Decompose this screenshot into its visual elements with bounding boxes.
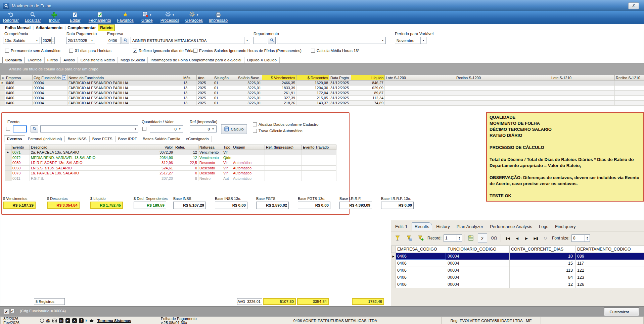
col-mes[interactable]: Mês [182, 75, 197, 80]
vendor-link[interactable]: Teorema Sistemas [97, 319, 131, 323]
incluir-button[interactable]: Incluir [47, 11, 62, 23]
tab-results[interactable]: Results [412, 222, 432, 230]
tab-base-inss[interactable]: Base INSS [65, 136, 89, 142]
next-record-button[interactable]: ▶ [522, 233, 531, 243]
col-ano[interactable]: Ano [197, 75, 213, 80]
empresa-select[interactable]: AGNER ESTRUTURAS METALICAS LTDA▼ [131, 37, 250, 44]
result-row[interactable]: 0406 00004 12 126 [391, 281, 644, 288]
option-eventos-salarios[interactable]: Eventos Salarios ignorando Horas de Féri… [193, 49, 302, 53]
tab-eventos[interactable]: Eventos [25, 57, 45, 63]
competencia-select[interactable]: 13o. Salário▼ [3, 37, 40, 44]
evento-code-input[interactable] [13, 125, 27, 132]
col-vencimentos[interactable]: $ Vencimentos [262, 75, 296, 80]
data-pagamento-select[interactable]: 20/12/2025▼ [66, 37, 95, 44]
departamento-search-button[interactable] [268, 37, 276, 44]
col-departamento-codigo[interactable]: DEPARTAMENTO_CODIGO [576, 246, 644, 253]
col-funcionario-codigo[interactable]: FUNCIONARIO_CODIGO [446, 246, 510, 253]
prev-record-button[interactable]: ◀ [512, 233, 522, 243]
tab-base-irrf[interactable]: Base IRRF [116, 136, 140, 142]
employee-row[interactable]: 0406 00004 FABRICIO ALESSANDRO PADILHA 1… [0, 80, 644, 86]
filter-active-checkbox[interactable] [10, 309, 14, 313]
tab-performance-analysis[interactable]: Performance Analysis [487, 223, 535, 230]
quantidade-select[interactable]: 0▼ [150, 125, 183, 132]
col-refer[interactable]: Refer. [174, 145, 198, 150]
quantidade-checkbox[interactable] [142, 127, 146, 131]
tab-informacoes-esocial[interactable]: Informações de Folha Complementar para o… [148, 57, 244, 63]
localizar-button[interactable]: Localizar [25, 11, 41, 23]
event-row[interactable]: 0039 I.R.R.F. SOBRE 13o. SALARIO 312,96 … [5, 160, 336, 166]
tab-base-fgts[interactable]: Base FGTS [90, 136, 116, 142]
col-descricao[interactable]: Descrição [30, 145, 132, 150]
event-row[interactable]: 0073 1a. PARCELA 13o. SALARIO 2517,27 0 … [5, 171, 336, 176]
result-row[interactable]: 0406 00004 10 089 [391, 253, 644, 260]
filter-button[interactable] [393, 233, 403, 243]
option-atualiza-dados[interactable]: Atualiza Dados conforme Cadastro [253, 122, 318, 126]
impressao-button[interactable]: Impressão [209, 11, 228, 23]
col-recibo-s1200[interactable]: Recibo S-1200 [455, 75, 550, 80]
tab-adiantamento[interactable]: Adiantamento [34, 25, 64, 31]
tab-history[interactable]: History [433, 223, 452, 230]
facebook-icon[interactable]: f [79, 318, 84, 323]
evento-search-button[interactable] [31, 125, 38, 132]
customize-button[interactable]: Customizar ... [604, 308, 639, 316]
col-cdg-funcionario[interactable]: Cdg.Funcionário▼ [33, 75, 67, 80]
refresh-button[interactable]: ↻ [541, 233, 550, 243]
col-origem[interactable]: Origem [232, 145, 265, 150]
event-row[interactable]: 0071 2a. PARCELA 13o. SALARIO 3072,39 12… [5, 150, 336, 155]
tab-find-query[interactable]: Find query [552, 223, 578, 230]
last-record-button[interactable]: ▶▮ [531, 233, 541, 243]
export-grid-button[interactable] [466, 233, 476, 243]
retornar-button[interactable]: Retornar [3, 11, 19, 23]
font-size-stepper[interactable]: 8▲▼ [571, 234, 590, 242]
option-reflexo-ferias[interactable]: Reflexo ignorando dias de Férias [133, 49, 195, 53]
col-empresa[interactable]: Empresa [5, 75, 33, 80]
grade-button[interactable]: ▼ Grade [140, 11, 154, 23]
col-empresa-codigo[interactable]: EMPRESA_CODIGO [396, 246, 446, 253]
clear-filter-button[interactable]: ✗ [4, 309, 9, 314]
col-situacao[interactable]: Situação [213, 75, 237, 80]
close-button[interactable]: ✗ [628, 2, 639, 9]
col-valor[interactable]: Valor [132, 145, 174, 150]
event-row[interactable]: 0011 F.G.T.S. 207,20 8 Neutro Aut Automá… [5, 176, 336, 181]
geracoes-button[interactable]: ▼ Gerações [185, 11, 203, 23]
col-descontos[interactable]: $ Descontos [296, 75, 329, 80]
col-lote-s1210[interactable]: Lote S-1210 [550, 75, 615, 80]
option-media-horas[interactable]: Calcula Média Horas 13ª [311, 49, 359, 53]
result-row[interactable]: 0406 00004 84 123 [391, 274, 644, 281]
graduation-cap-icon[interactable] [89, 319, 94, 322]
tab-logs[interactable]: Logs [536, 223, 551, 230]
periodo-variavel-select[interactable]: Novembro▼ [395, 37, 426, 44]
departamento-select[interactable]: ▼ [277, 37, 386, 44]
result-row[interactable]: 0406 00004 15 117 [391, 260, 644, 267]
evento-select[interactable]: ▼ [40, 125, 138, 132]
tab-rateio[interactable]: Rateio [98, 24, 115, 31]
x-icon[interactable]: X [72, 318, 77, 323]
tab-patronal[interactable]: Patronal (individual) [25, 136, 65, 142]
tab-filtros[interactable]: Filtros [45, 57, 61, 63]
evento-checkbox[interactable] [6, 127, 10, 131]
tab-msgs-esocial[interactable]: Msgs e-Social [118, 57, 148, 63]
tab-edit[interactable]: Edit: 1 [393, 223, 410, 230]
tab-liquido-x-liquido[interactable]: Liquido X Liquido [244, 57, 280, 63]
result-row[interactable]: 0406 00004 113 122 [391, 267, 644, 274]
tab-econsignado[interactable]: eConsignado [183, 136, 212, 142]
fechamento-button[interactable]: Fechamento [89, 11, 111, 23]
empresa-search-button[interactable] [122, 37, 129, 44]
editar-button[interactable]: Editar [68, 11, 83, 23]
grid-menu-icon[interactable]: ≡ [0, 75, 5, 80]
year-stepper[interactable]: 2025▲▼ [41, 37, 55, 44]
calculo-button[interactable]: Cálculo [221, 124, 247, 134]
at-icon[interactable]: @ [46, 318, 50, 323]
employee-row[interactable]: 0406 00004 FABRICIO ALESSANDRO PADILHA 1… [0, 101, 644, 106]
employee-row[interactable]: 0406 00004 FABRICIO ALESSANDRO PADILHA 1… [0, 86, 644, 91]
col-evento-travado[interactable]: Evento Travado [302, 145, 336, 150]
employee-row[interactable]: 0406 00004 FABRICIO ALESSANDRO PADILHA 1… [0, 96, 644, 101]
option-permanente[interactable]: Permanente sem Automático [5, 49, 60, 53]
kite-icon[interactable] [86, 319, 87, 323]
tab-folha-mensal[interactable]: Folha Mensal [3, 25, 33, 31]
event-row[interactable]: 0072 MEDIA REND. VARIAVEL 13 SALARIO 203… [5, 155, 336, 161]
tab-plan-analyzer[interactable]: Plan Analyzer [454, 223, 486, 230]
youtube-icon[interactable]: ▶ [65, 318, 70, 323]
encoding-button[interactable]: ÖΩ [489, 233, 499, 243]
tab-consistencia-rateio[interactable]: Consistencia Rateio [78, 57, 118, 63]
